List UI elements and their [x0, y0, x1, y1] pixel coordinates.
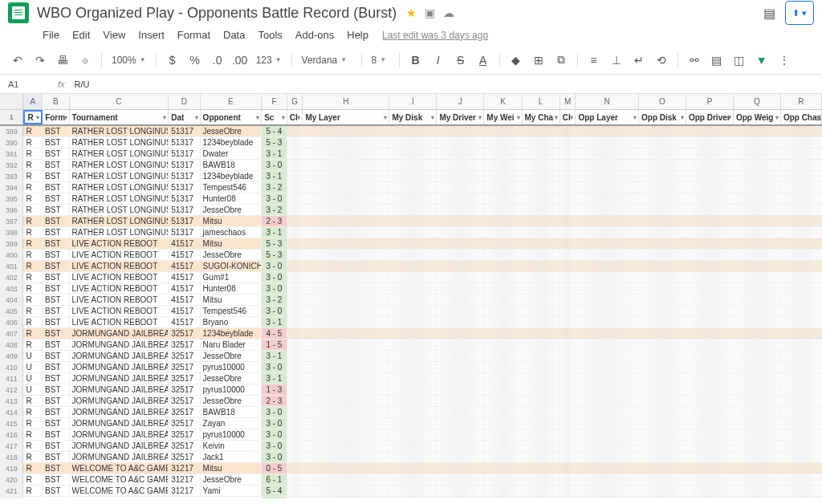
column-letter[interactable]: B — [43, 94, 69, 109]
cell[interactable]: Yami — [201, 486, 262, 496]
cell[interactable] — [523, 407, 560, 417]
menu-data[interactable]: Data — [218, 27, 250, 43]
cell[interactable] — [484, 463, 522, 474]
filter-icon[interactable]: ▾ — [297, 114, 300, 121]
cell[interactable] — [389, 205, 437, 215]
cell[interactable]: WELCOME TO A&C GAMES IV — [70, 486, 169, 496]
row-number[interactable]: 405 — [0, 306, 23, 316]
cell[interactable] — [576, 137, 639, 148]
cell[interactable]: LIVE ACTION REBOOT — [70, 250, 169, 260]
cell[interactable]: U — [23, 373, 43, 384]
cell[interactable]: R — [23, 272, 43, 282]
cell[interactable] — [287, 193, 303, 204]
cell[interactable] — [287, 407, 303, 417]
filter-icon[interactable]: ▾ — [775, 114, 779, 121]
cell[interactable]: 51317 — [169, 227, 200, 238]
cell[interactable] — [303, 474, 389, 485]
cell[interactable] — [576, 227, 639, 238]
cell[interactable]: BST — [43, 148, 69, 159]
cell[interactable] — [781, 306, 822, 316]
cell[interactable]: 3 - 0 — [262, 452, 287, 462]
filter-icon[interactable]: ▾ — [163, 114, 166, 121]
cell[interactable] — [576, 373, 639, 384]
cell[interactable] — [639, 160, 686, 170]
cell[interactable]: JORMUNGAND JAILBREAK — [70, 373, 169, 384]
cell[interactable]: LIVE ACTION REBOOT — [70, 295, 169, 305]
column-header[interactable]: Sc▾ — [262, 110, 287, 124]
row-number[interactable]: 407 — [0, 328, 23, 339]
cell[interactable]: 3 - 2 — [262, 295, 287, 305]
cell[interactable] — [303, 351, 389, 361]
cell[interactable] — [389, 137, 437, 148]
cell[interactable]: R — [23, 463, 43, 474]
row-number[interactable]: 1 — [0, 110, 23, 124]
cell[interactable]: 3 - 1 — [262, 148, 287, 159]
cell[interactable] — [781, 362, 822, 372]
cell[interactable]: 41517 — [169, 238, 200, 249]
column-letter[interactable]: C — [70, 94, 169, 109]
cell[interactable]: 3 - 1 — [262, 373, 287, 384]
cell[interactable]: LIVE ACTION REBOOT — [70, 283, 169, 294]
cell[interactable] — [287, 126, 303, 136]
row-number[interactable]: 413 — [0, 396, 23, 406]
cell[interactable] — [437, 351, 484, 361]
cell[interactable] — [686, 474, 734, 485]
cell[interactable] — [560, 238, 576, 249]
cell[interactable]: JORMUNGAND JAILBREAK — [70, 452, 169, 462]
cell[interactable] — [639, 384, 686, 395]
cell[interactable]: R — [23, 283, 43, 294]
cell[interactable]: R — [23, 486, 43, 496]
cell[interactable]: BST — [43, 339, 69, 350]
filter-icon[interactable]: ▾ — [431, 114, 434, 121]
cell[interactable] — [437, 452, 484, 462]
cell[interactable] — [639, 171, 686, 181]
cell[interactable]: 32517 — [169, 396, 200, 406]
cell[interactable]: 0 - 5 — [262, 463, 287, 474]
cell[interactable]: BST — [43, 328, 69, 339]
cell[interactable] — [734, 418, 781, 429]
cell[interactable] — [781, 148, 822, 159]
cell[interactable] — [437, 216, 484, 226]
cell[interactable]: BST — [43, 238, 69, 249]
cell[interactable]: 41517 — [169, 306, 200, 316]
cell[interactable] — [686, 216, 734, 226]
cell[interactable] — [781, 193, 822, 204]
cell[interactable] — [639, 216, 686, 226]
cell[interactable] — [639, 407, 686, 417]
cell[interactable]: BST — [43, 193, 69, 204]
menu-view[interactable]: View — [97, 27, 131, 43]
cell[interactable] — [437, 441, 484, 451]
cell[interactable]: BST — [43, 261, 69, 271]
cell[interactable] — [686, 126, 734, 136]
cell[interactable] — [734, 396, 781, 406]
cell[interactable] — [303, 306, 389, 316]
cell[interactable] — [576, 193, 639, 204]
cell[interactable] — [781, 497, 822, 498]
filter-icon[interactable]: ▾ — [681, 114, 684, 121]
cell[interactable] — [523, 182, 560, 193]
cell[interactable]: 32517 — [169, 362, 200, 372]
column-header[interactable]: Opp Chas▾ — [781, 110, 822, 124]
cell[interactable]: 6 - 1 — [262, 474, 287, 485]
cell[interactable] — [686, 362, 734, 372]
cell[interactable] — [287, 418, 303, 429]
cell[interactable] — [287, 339, 303, 350]
row-number[interactable]: 410 — [0, 362, 23, 372]
cell[interactable] — [389, 171, 437, 181]
cell[interactable] — [686, 407, 734, 417]
cell[interactable] — [639, 396, 686, 406]
cell[interactable] — [560, 261, 576, 271]
cell[interactable]: R — [23, 148, 43, 159]
row-number[interactable]: 408 — [0, 339, 23, 350]
filter-icon[interactable]: ▾ — [256, 114, 259, 121]
cell[interactable]: JesseObre — [201, 126, 262, 136]
cell[interactable]: pyrus10000 — [201, 429, 262, 440]
cell[interactable]: BST — [43, 441, 69, 451]
cell[interactable] — [389, 250, 437, 260]
column-letter[interactable]: K — [484, 94, 522, 109]
cell[interactable]: 32517 — [169, 418, 200, 429]
column-letter[interactable]: J — [437, 94, 484, 109]
cell[interactable] — [639, 362, 686, 372]
cell[interactable]: JesseObre — [201, 396, 262, 406]
column-header[interactable]: Opp Weig▾ — [734, 110, 781, 124]
